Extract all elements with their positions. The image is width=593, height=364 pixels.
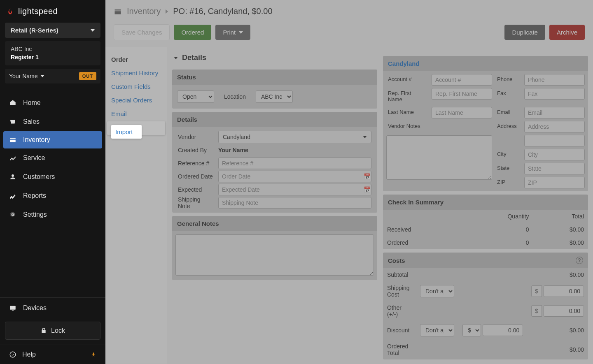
- email-input[interactable]: [524, 107, 585, 118]
- address-input[interactable]: [524, 121, 585, 132]
- rep-first-input[interactable]: [432, 88, 492, 100]
- subnav-email[interactable]: Email: [105, 107, 167, 121]
- ordered-total: $0.00: [533, 236, 588, 249]
- nav-inventory[interactable]: Inventory: [3, 131, 102, 148]
- location-select[interactable]: ABC Inc: [256, 90, 293, 103]
- total-col: Total: [533, 210, 588, 223]
- discount-input[interactable]: [483, 325, 523, 336]
- status-select[interactable]: Open: [177, 90, 214, 103]
- gear-icon: [9, 211, 16, 218]
- vendor-value: Candyland: [223, 134, 250, 140]
- fax-input[interactable]: [524, 88, 585, 100]
- nav-label: Inventory: [23, 136, 50, 144]
- duplicate-button[interactable]: Duplicate: [504, 25, 545, 40]
- discount-total: $0.00: [527, 321, 588, 340]
- nav-customers[interactable]: Customers: [0, 167, 105, 186]
- breadcrumb-link[interactable]: Inventory: [127, 7, 161, 16]
- chevron-down-icon: [174, 57, 178, 59]
- city-input[interactable]: [524, 149, 585, 160]
- print-label: Print: [223, 29, 236, 36]
- details-toggle[interactable]: Details: [172, 51, 377, 66]
- lock-button[interactable]: Lock: [5, 322, 100, 340]
- other-input[interactable]: [544, 305, 584, 317]
- inventory-icon: [114, 7, 122, 16]
- nav-service[interactable]: Service: [0, 148, 105, 167]
- save-button[interactable]: Save Changes: [114, 24, 170, 40]
- vendor-select[interactable]: Candyland: [218, 131, 371, 143]
- subnav-custom-fields[interactable]: Custom Fields: [105, 80, 167, 93]
- vendor-notes-input[interactable]: [386, 135, 492, 180]
- inventory-icon: [9, 136, 16, 144]
- svg-rect-2: [10, 306, 16, 310]
- costs-panel: Costs? Subtotal$0.00 Shipping CostDon't …: [383, 253, 588, 359]
- vendor-notes-label: Vendor Notes: [385, 120, 430, 134]
- zip-input[interactable]: [524, 177, 585, 188]
- service-icon: [9, 154, 16, 162]
- help-button[interactable]: ?Help: [0, 345, 81, 364]
- address-label: Address: [494, 120, 523, 134]
- pin-icon: [91, 352, 96, 357]
- expected-label: Expected: [175, 186, 216, 193]
- last-name-input[interactable]: [432, 107, 492, 118]
- nav-label: Customers: [23, 173, 55, 181]
- chevron-right-icon: [166, 9, 168, 14]
- subnav-order[interactable]: Order: [105, 53, 167, 66]
- discount-label: Discount: [383, 321, 416, 340]
- help-icon[interactable]: ?: [576, 257, 583, 264]
- fax-label: Fax: [494, 87, 523, 106]
- nav-label: Sales: [23, 118, 40, 125]
- nav-label: Reports: [23, 192, 46, 199]
- chevron-down-icon: [239, 31, 243, 34]
- user-row[interactable]: Your Name OUT: [5, 69, 100, 83]
- status-badge[interactable]: OUT: [79, 72, 96, 80]
- account-input[interactable]: [432, 74, 492, 86]
- expected-input[interactable]: [218, 184, 371, 195]
- reference-input[interactable]: [218, 158, 371, 169]
- subnav-shipment-history[interactable]: Shipment History: [105, 66, 167, 80]
- flame-icon: [6, 7, 15, 16]
- subnav: Order Shipment History Custom Fields Spe…: [105, 47, 167, 364]
- user-name-wrap: Your Name: [9, 73, 44, 79]
- shipping-select[interactable]: Don't apply to items: [420, 285, 454, 297]
- subtotal-label: Subtotal: [383, 268, 416, 281]
- section-title-text: Details: [182, 53, 206, 62]
- address2-input[interactable]: [524, 135, 585, 146]
- user-name: Your Name: [9, 73, 38, 79]
- qty-col: Quantity: [461, 210, 533, 223]
- subnav-import-overlay[interactable]: Import: [111, 125, 142, 139]
- panel-header-vendor[interactable]: Candyland: [383, 56, 588, 71]
- ordered-total-label: Ordered Total: [383, 340, 416, 359]
- company-box[interactable]: ABC Inc Register 1: [5, 41, 100, 65]
- received-qty: 0: [461, 223, 533, 236]
- nav-label: Home: [23, 99, 41, 107]
- rep-first-label: Rep. First Name: [385, 87, 430, 106]
- reports-icon: [9, 192, 16, 199]
- shipping-note-input[interactable]: [218, 197, 371, 209]
- ordered-date-input[interactable]: [218, 171, 371, 182]
- subnav-special-orders[interactable]: Special Orders: [105, 93, 167, 107]
- ordered-date-label: Ordered Date: [175, 173, 216, 180]
- nav-reports[interactable]: Reports: [0, 186, 105, 205]
- nav-devices[interactable]: Devices: [0, 298, 105, 318]
- shipping-input[interactable]: [544, 285, 584, 297]
- created-by-value: Your Name: [218, 147, 248, 153]
- discount-unit[interactable]: $: [462, 324, 481, 336]
- nav-sales[interactable]: Sales: [0, 112, 105, 131]
- panel-header-checkin: Check In Summary: [383, 195, 588, 210]
- location-label: Location: [224, 93, 246, 100]
- series-selector[interactable]: Retail (R-Series): [5, 23, 100, 38]
- panel-header-notes: General Notes: [172, 216, 377, 231]
- other-prefix: $: [531, 305, 542, 317]
- nav-settings[interactable]: Settings: [0, 205, 105, 224]
- general-notes-input[interactable]: [175, 234, 374, 276]
- archive-button[interactable]: Archive: [549, 25, 585, 40]
- discount-select[interactable]: Don't apply to items: [420, 324, 454, 336]
- nav-home[interactable]: Home: [0, 93, 105, 112]
- print-button[interactable]: Print: [215, 25, 250, 40]
- pin-button[interactable]: [81, 345, 105, 364]
- chevron-down-icon: [40, 75, 44, 77]
- ordered-button[interactable]: Ordered: [174, 25, 211, 40]
- state-input[interactable]: [524, 163, 585, 174]
- phone-input[interactable]: [524, 74, 585, 86]
- help-label: Help: [22, 351, 36, 358]
